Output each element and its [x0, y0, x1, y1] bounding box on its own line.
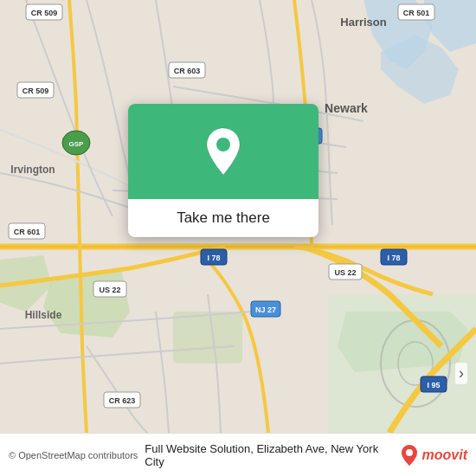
scroll-hint-icon[interactable]: › [455, 363, 467, 384]
take-me-there-button[interactable]: Take me there [128, 199, 318, 237]
svg-marker-5 [338, 312, 467, 372]
address-text: Full Website Solution, Elizabeth Ave, Ne… [145, 442, 392, 468]
svg-text:I 78: I 78 [207, 254, 220, 262]
svg-text:CR 601: CR 601 [14, 228, 41, 236]
bottom-bar: © OpenStreetMap contributors Full Websit… [0, 433, 476, 476]
svg-text:CR 623: CR 623 [109, 396, 136, 405]
svg-text:Hillside: Hillside [25, 309, 62, 321]
svg-text:CR 501: CR 501 [403, 9, 430, 17]
svg-text:I 95: I 95 [427, 381, 440, 389]
moovit-logo: moovit [400, 444, 467, 466]
moovit-brand-label: moovit [422, 447, 467, 463]
popup-green-area [128, 104, 318, 199]
popup-card: Take me there [128, 104, 318, 237]
location-pin-icon [203, 126, 244, 177]
svg-text:GSP: GSP [69, 140, 85, 148]
svg-text:Irvington: Irvington [10, 164, 55, 176]
svg-text:CR 509: CR 509 [31, 9, 58, 17]
svg-text:Harrison: Harrison [340, 16, 387, 29]
svg-text:US 22: US 22 [334, 268, 356, 277]
svg-point-46 [406, 449, 413, 456]
svg-text:CR 603: CR 603 [174, 67, 201, 75]
svg-rect-10 [173, 312, 242, 363]
svg-text:US 22: US 22 [99, 286, 120, 294]
svg-text:Newark: Newark [325, 101, 368, 115]
svg-text:NJ 27: NJ 27 [255, 306, 276, 314]
svg-point-45 [216, 138, 230, 151]
map-container[interactable]: CR 509 CR 509 CR 603 CR 501 NJ 21 I 78 I… [0, 0, 476, 433]
svg-text:CR 509: CR 509 [23, 87, 49, 95]
copyright-text: © OpenStreetMap contributors [9, 450, 138, 460]
svg-text:I 78: I 78 [387, 254, 400, 262]
moovit-pin-icon [400, 444, 419, 466]
